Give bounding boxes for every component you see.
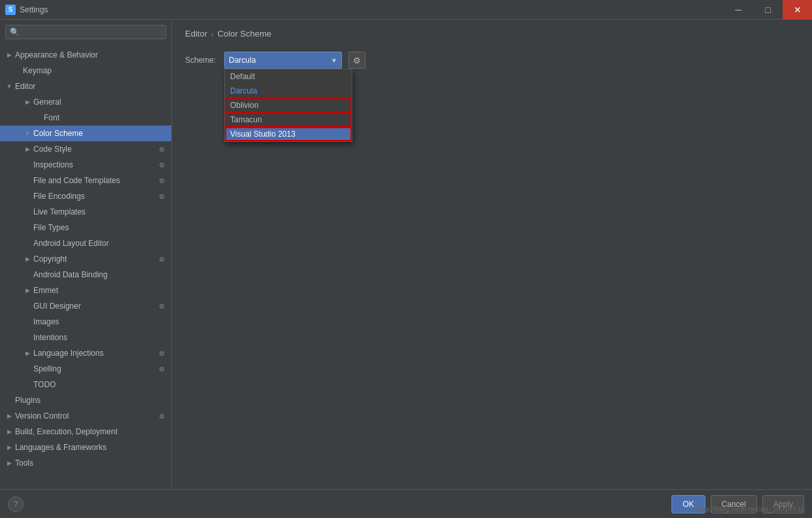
wrench-icon: ⚙: [157, 349, 166, 358]
sidebar-item-label: File Encodings: [33, 192, 157, 201]
sidebar-tree: Appearance & Behavior Keymap Editor Gene…: [0, 44, 171, 489]
sidebar-item-label: File and Code Templates: [33, 176, 157, 185]
wrench-icon: ⚙: [157, 364, 166, 373]
search-box[interactable]: 🔍: [5, 25, 166, 39]
sidebar-item-todo[interactable]: TODO: [0, 377, 171, 392]
sidebar-item-file-types[interactable]: File Types: [0, 220, 171, 235]
breadcrumb-separator: ›: [211, 30, 214, 38]
sidebar-item-languages-frameworks[interactable]: Languages & Frameworks: [0, 440, 171, 455]
sidebar-item-label: Live Templates: [33, 207, 166, 216]
sidebar-item-label: Build, Execution, Deployment: [15, 427, 166, 436]
scheme-selected-value: Darcula: [229, 56, 256, 65]
collapse-arrow: [24, 145, 31, 153]
content-area: Scheme: Darcula ▼ Default Darcu: [172, 45, 812, 489]
sidebar-item-emmet[interactable]: Emmet: [0, 283, 171, 298]
maximize-button[interactable]: □: [753, 0, 783, 20]
collapse-arrow: [24, 255, 31, 263]
breadcrumb-current: Color Scheme: [218, 29, 271, 39]
sidebar-item-label: File Types: [33, 223, 166, 232]
sidebar-item-label: Spelling: [33, 364, 157, 373]
settings-dialog: 🔍 Appearance & Behavior Keymap Editor: [0, 20, 812, 518]
watermark: https://blog.csdn.net/qq_38016931: [694, 505, 804, 513]
sidebar-item-font[interactable]: Font: [0, 110, 171, 126]
dropdown-option-oblivion[interactable]: Oblivion: [225, 98, 352, 112]
main-content: Editor › Color Scheme Scheme: Darcula ▼: [172, 20, 812, 489]
breadcrumb: Editor › Color Scheme: [172, 20, 812, 45]
wrench-icon: ⚙: [157, 192, 166, 201]
sidebar-item-build-execution[interactable]: Build, Execution, Deployment: [0, 424, 171, 440]
dropdown-option-vs2013[interactable]: Visual Studio 2013: [225, 127, 352, 141]
sidebar-item-color-scheme[interactable]: Color Scheme: [0, 126, 171, 141]
sidebar-item-code-style[interactable]: Code Style ⚙: [0, 141, 171, 157]
collapse-arrow: [5, 428, 13, 436]
gear-settings-button[interactable]: ⚙: [348, 52, 365, 69]
close-button[interactable]: ✕: [783, 0, 812, 20]
search-input[interactable]: [22, 27, 161, 37]
scheme-row: Scheme: Darcula ▼ Default Darcu: [185, 52, 799, 69]
sidebar-item-keymap[interactable]: Keymap: [0, 63, 171, 78]
sidebar-item-spelling[interactable]: Spelling ⚙: [0, 361, 171, 377]
collapse-arrow: [24, 349, 31, 357]
sidebar-item-label: Color Scheme: [33, 129, 166, 138]
help-button[interactable]: ?: [8, 496, 24, 512]
sidebar-item-tools[interactable]: Tools: [0, 455, 171, 471]
sidebar-item-label: TODO: [33, 380, 166, 389]
title-bar: S Settings ─ □ ✕: [0, 0, 812, 20]
sidebar-item-file-code-templates[interactable]: File and Code Templates ⚙: [0, 173, 171, 188]
sidebar-item-gui-designer[interactable]: GUI Designer ⚙: [0, 298, 171, 314]
sidebar-item-label: Inspections: [33, 160, 157, 169]
sidebar-item-inspections[interactable]: Inspections ⚙: [0, 157, 171, 173]
sidebar-item-label: Intentions: [33, 333, 166, 342]
sidebar-item-label: Font: [44, 113, 166, 122]
sidebar-item-live-templates[interactable]: Live Templates: [0, 204, 171, 220]
sidebar-item-intentions[interactable]: Intentions: [0, 330, 171, 345]
sidebar-item-label: Android Data Binding: [33, 270, 166, 279]
scheme-label: Scheme:: [185, 56, 218, 65]
sidebar-item-label: Plugins: [15, 396, 166, 405]
dropdown-option-darcula[interactable]: Darcula: [225, 84, 352, 98]
app-icon: S: [5, 5, 16, 15]
sidebar-item-label: Languages & Frameworks: [15, 443, 166, 452]
sidebar-item-android-layout-editor[interactable]: Android Layout Editor: [0, 235, 171, 251]
sidebar-item-label: Editor: [15, 82, 166, 91]
sidebar-item-label: Keymap: [23, 66, 166, 75]
sidebar-item-images[interactable]: Images: [0, 314, 171, 330]
sidebar-item-plugins[interactable]: Plugins: [0, 392, 171, 408]
window-controls: ─ □ ✕: [724, 0, 812, 20]
sidebar-item-appearance[interactable]: Appearance & Behavior: [0, 47, 171, 63]
dialog-body: 🔍 Appearance & Behavior Keymap Editor: [0, 20, 812, 489]
wrench-icon: ⚙: [157, 145, 166, 154]
scheme-dropdown-container: Darcula ▼ Default Darcula: [224, 52, 342, 69]
wrench-icon: ⚙: [157, 160, 166, 169]
minimize-button[interactable]: ─: [724, 0, 753, 20]
scheme-dropdown[interactable]: Darcula ▼: [224, 52, 342, 69]
dropdown-option-default[interactable]: Default: [225, 69, 352, 84]
collapse-arrow: [5, 412, 13, 420]
breadcrumb-parent: Editor: [185, 29, 207, 39]
sidebar-item-editor[interactable]: Editor: [0, 78, 171, 94]
scheme-dropdown-menu: Default Darcula Oblivion Tamacun: [224, 69, 352, 142]
wrench-icon: ⚙: [157, 411, 166, 421]
sidebar-item-file-encodings[interactable]: File Encodings ⚙: [0, 188, 171, 204]
dropdown-option-tamacun[interactable]: Tamacun: [225, 112, 352, 127]
sidebar-item-label: Appearance & Behavior: [15, 50, 166, 60]
collapse-arrow: [24, 286, 31, 294]
sidebar-item-label: Images: [33, 317, 166, 326]
sidebar-item-version-control[interactable]: Version Control ⚙: [0, 408, 171, 424]
sidebar-item-label: Copyright: [33, 254, 157, 264]
wrench-icon: ⚙: [157, 302, 166, 311]
sidebar-item-general[interactable]: General: [0, 94, 171, 110]
search-icon: 🔍: [10, 27, 20, 37]
sidebar-item-android-data-binding[interactable]: Android Data Binding: [0, 267, 171, 283]
sidebar-item-label: Version Control: [15, 411, 157, 421]
window-title: Settings: [20, 5, 48, 14]
sidebar-item-label: Tools: [15, 458, 166, 468]
sidebar-item-copyright[interactable]: Copyright ⚙: [0, 251, 171, 267]
sidebar: 🔍 Appearance & Behavior Keymap Editor: [0, 20, 172, 489]
sidebar-item-language-injections[interactable]: Language Injections ⚙: [0, 345, 171, 361]
sidebar-item-label: General: [33, 97, 166, 107]
sidebar-item-label: Language Injections: [33, 349, 157, 358]
bottom-bar: ? OK Cancel Apply: [0, 489, 812, 518]
wrench-icon: ⚙: [157, 176, 166, 185]
sidebar-item-label: Emmet: [33, 286, 166, 295]
